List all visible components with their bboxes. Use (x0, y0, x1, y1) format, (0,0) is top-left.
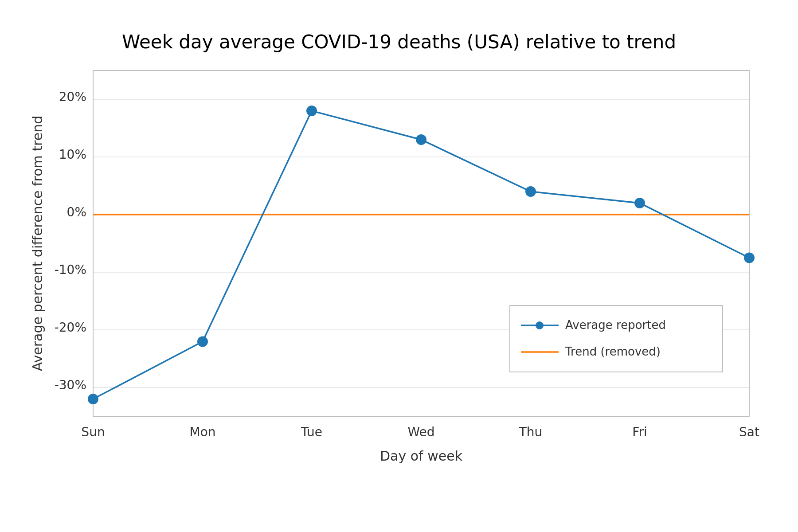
chart-title: Week day average COVID-19 deaths (USA) r… (22, 22, 776, 53)
chart-area: 20% 10% 0% -10% -20% -30% Average percen… (22, 57, 776, 478)
x-axis-label: Day of week (380, 448, 463, 464)
x-label-fri: Fri (632, 425, 647, 439)
chart-svg: 20% 10% 0% -10% -20% -30% Average percen… (22, 57, 776, 478)
dot-sun (88, 394, 98, 404)
dot-thu (526, 187, 536, 196)
dot-tue (307, 106, 317, 116)
y-label-0: 0% (67, 205, 86, 219)
y-label-n30: -30% (55, 378, 86, 392)
y-axis-label: Average percent difference from trend (30, 116, 45, 372)
legend-dot-avg (536, 321, 544, 329)
x-label-tue: Tue (301, 425, 322, 439)
x-label-wed: Wed (407, 425, 434, 439)
x-label-thu: Thu (519, 425, 543, 439)
x-label-sat: Sat (739, 425, 759, 439)
dot-mon (198, 337, 207, 347)
dot-wed (416, 135, 426, 145)
dot-fri (635, 198, 645, 208)
legend-box (510, 305, 723, 372)
legend-label-avg: Average reported (565, 318, 666, 332)
y-label-10: 10% (59, 147, 86, 162)
x-label-sun: Sun (81, 425, 105, 439)
chart-container: Week day average COVID-19 deaths (USA) r… (22, 22, 776, 510)
legend-label-trend: Trend (removed) (565, 345, 661, 358)
y-label-n10: -10% (55, 262, 86, 277)
y-label-n20: -20% (55, 320, 86, 335)
dot-sat (744, 253, 754, 263)
y-label-20: 20% (59, 90, 86, 104)
x-label-mon: Mon (189, 425, 215, 439)
